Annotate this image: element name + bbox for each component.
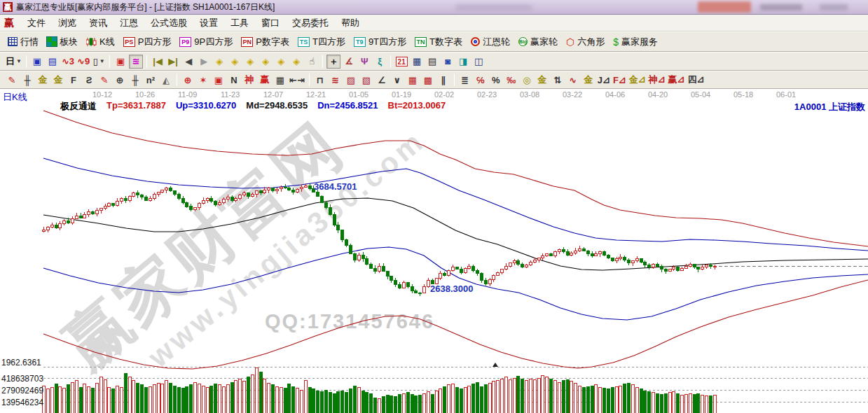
wave-9-icon[interactable]: ∿9 — [76, 55, 90, 69]
export-image-icon[interactable]: ◨ — [456, 55, 470, 69]
menu-item-资讯[interactable]: 资讯 — [83, 16, 113, 29]
pattern-window-icon[interactable]: ▣ — [30, 55, 44, 69]
menu-item-帮助[interactable]: 帮助 — [335, 16, 366, 29]
gold-under-icon[interactable]: 金 — [581, 73, 595, 87]
p-square-icon: PS — [123, 37, 135, 47]
purple-tool-icon[interactable]: Ψ — [357, 55, 371, 69]
last-bar-button[interactable]: ▶| — [166, 55, 180, 69]
color-kline-icon[interactable]: ≊ — [129, 55, 143, 69]
angle-f-icon[interactable]: F⊿ — [612, 73, 627, 87]
scale-ruler-icon[interactable]: ╫ — [128, 73, 142, 87]
sectors-button[interactable]: 板块 — [43, 34, 83, 50]
t-number-table-button[interactable]: TNT数字表 — [411, 34, 467, 50]
angle-si-icon[interactable]: 四⊿ — [687, 73, 705, 87]
grid-red-icon[interactable]: ▦ — [406, 73, 420, 87]
winner-wheel-button[interactable]: Big赢家轮 — [515, 34, 563, 50]
kline-button[interactable]: K线 — [83, 34, 120, 50]
diamond-expand-button[interactable]: ◈ — [243, 55, 257, 69]
calendar-21-icon[interactable]: 21 — [394, 55, 408, 69]
menu-item-工具[interactable]: 工具 — [224, 16, 255, 29]
chart-area[interactable]: 赢家财富网 www.yingjia360.com QQ:1731457646 日… — [0, 89, 868, 413]
angle-shen-icon[interactable]: 神⊿ — [648, 73, 666, 87]
crosshair-button[interactable]: ＋ — [326, 55, 340, 69]
circle-360-icon[interactable]: ⊕ — [113, 73, 127, 87]
menu-item-浏览[interactable]: 浏览 — [52, 16, 83, 29]
first-bar-button[interactable]: |◀ — [151, 55, 165, 69]
menu-item-窗口[interactable]: 窗口 — [255, 16, 286, 29]
menu-item-文件[interactable]: 文件 — [21, 16, 52, 29]
hexagon-button[interactable]: ⬡六角形 — [563, 34, 609, 50]
n-wave-icon[interactable]: N — [227, 73, 241, 87]
grid-123-icon[interactable]: ▦ — [273, 73, 287, 87]
titlebar-blur-artifact — [455, 5, 532, 10]
print-icon[interactable]: ◫ — [471, 55, 485, 69]
gann-wheel-button[interactable]: 江恩轮 — [467, 34, 515, 50]
save-icon[interactable]: ◙ — [441, 55, 455, 69]
fan-lines-icon[interactable]: ≋ — [329, 73, 343, 87]
period-day-button[interactable]: 日▼ — [5, 55, 22, 69]
t-square-button[interactable]: TST四方形 — [294, 34, 350, 50]
spiral-icon[interactable]: Ƨ — [82, 73, 96, 87]
gann-ruler-icon[interactable]: ╫ — [20, 73, 34, 87]
p-number-table-button[interactable]: PNP数字表 — [237, 34, 294, 50]
pen-tool-icon[interactable]: ✎ — [97, 73, 111, 87]
red-pattern-icon[interactable]: ▣ — [113, 55, 128, 69]
updown-icon[interactable]: ⇅ — [551, 73, 565, 87]
t9-square-button[interactable]: T99T四方形 — [350, 34, 411, 50]
fan-box2-icon[interactable]: ▧ — [359, 73, 373, 87]
diamond-scroll-right-button[interactable]: ◈ — [228, 55, 242, 69]
menu-item-设置[interactable]: 设置 — [193, 16, 224, 29]
notes-icon[interactable]: ▤ — [425, 55, 439, 69]
calculator-icon[interactable]: ▦ — [410, 55, 424, 69]
n-square-icon[interactable]: n² — [144, 73, 158, 87]
gold-grid2-icon[interactable]: 金 — [51, 73, 65, 87]
angle-measure-icon[interactable]: ∡ — [342, 55, 356, 69]
measure-scale-icon[interactable]: ≣ — [458, 73, 472, 87]
info-panel-icon[interactable]: ▤ — [46, 55, 60, 69]
mirror-angle-icon[interactable]: ◭ — [159, 73, 173, 87]
width-adjust-icon[interactable]: ⇤⇥ — [289, 73, 305, 87]
p-square-button[interactable]: PSP四方形 — [120, 34, 177, 50]
angle-gold-icon[interactable]: 金⊿ — [628, 73, 647, 87]
angle-j-icon[interactable]: J⊿ — [597, 73, 611, 87]
menu-item-江恩[interactable]: 江恩 — [113, 16, 144, 29]
percent-icon[interactable]: % — [489, 73, 503, 87]
wave-fit-icon[interactable]: ∿ — [566, 73, 580, 87]
star-burst-icon[interactable]: ✶ — [196, 73, 210, 87]
prev-bar-button[interactable]: ◀ — [181, 55, 195, 69]
winner-service-button[interactable]: $赢家服务 — [609, 34, 663, 50]
percent-retrace-icon[interactable]: ℅ — [474, 73, 488, 87]
gold-lines-icon[interactable]: 金 — [535, 73, 549, 87]
grid-target-icon[interactable]: ▣ — [212, 73, 226, 87]
menu-item-公式选股[interactable]: 公式选股 — [144, 16, 193, 29]
permille-icon[interactable]: ‰ — [504, 73, 518, 87]
menu-item-交易委托[interactable]: 交易委托 — [286, 16, 335, 29]
shen-tool-icon[interactable]: 神 — [242, 73, 256, 87]
parallel-lines-icon[interactable]: ∥ — [436, 73, 450, 87]
fan-box-icon[interactable]: ▨ — [344, 73, 358, 87]
kline-canvas[interactable] — [0, 89, 868, 413]
wave-3-icon[interactable]: ∿3 — [61, 55, 75, 69]
diamond-compress-button[interactable]: ◈ — [259, 55, 273, 69]
drag-hand-button[interactable]: ☝ — [305, 55, 319, 69]
diamond-scroll-left-button[interactable]: ◈ — [212, 55, 226, 69]
fibo-f-icon[interactable]: F — [67, 73, 81, 87]
angle-fan-icon[interactable]: ∠ — [375, 73, 389, 87]
next-bar-button[interactable]: ▶ — [197, 55, 211, 69]
gann-target-icon[interactable]: ⊕ — [181, 73, 195, 87]
t9-square-icon: T9 — [354, 37, 366, 47]
diamond-full-button[interactable]: ◈ — [289, 55, 303, 69]
grid-red2-icon[interactable]: ▩ — [421, 73, 435, 87]
candle-style-button[interactable]: ▯▼ — [92, 55, 106, 69]
zigzag-icon[interactable]: ∨ — [390, 73, 404, 87]
cycle-tool-icon[interactable]: ξ — [373, 55, 387, 69]
gold-grid-icon[interactable]: 金 — [36, 73, 50, 87]
market-quotes-button[interactable]: 行情 — [4, 34, 43, 50]
brush-tool-icon[interactable]: ✎ — [5, 73, 19, 87]
gold-circle-icon[interactable]: ◎ — [520, 73, 534, 87]
angle-yingjia-icon[interactable]: 赢⊿ — [668, 73, 686, 87]
diamond-shrink-button[interactable]: ◈ — [274, 55, 288, 69]
pillar-icon[interactable]: ⊓ — [313, 73, 327, 87]
p9-square-button[interactable]: P99P四方形 — [176, 34, 237, 50]
yingjia-tool-icon[interactable]: 赢 — [258, 73, 272, 87]
